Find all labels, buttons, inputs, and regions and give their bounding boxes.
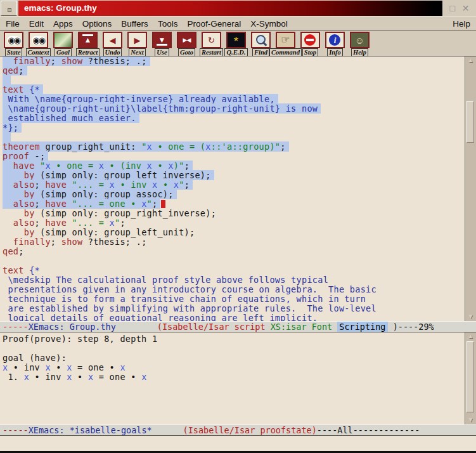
- buffer-line: [3, 256, 465, 266]
- xemacs-window: emacs: Group.thy □ ✕ FileEditAppsOptions…: [0, 0, 476, 453]
- buffer-line: \medskip The calculational proof style a…: [3, 275, 465, 285]
- buffer-line: Proof(prove): step 8, depth 1: [3, 334, 465, 344]
- toolbar-button-context[interactable]: ◉◉Context: [27, 32, 50, 56]
- menu-item-buffers[interactable]: Buffers: [121, 19, 148, 29]
- buffer-line: \name{group-right-unit}\label{thm:group-…: [3, 104, 465, 114]
- maximize-icon[interactable]: □: [450, 3, 455, 13]
- toolbar-button-state[interactable]: ◉◉State: [2, 32, 25, 56]
- buffer-line: also; have "... = x • inv x • x";: [3, 180, 465, 190]
- goals-buffer[interactable]: Proof(prove): step 8, depth 1goal (have)…: [0, 332, 465, 424]
- use-label: Use: [155, 48, 169, 56]
- next-icon: ▶: [127, 32, 147, 48]
- goals-scrollbar-thumb[interactable]: [466, 341, 474, 412]
- buffer-line: have "x • one = x • (inv x • x)";: [3, 161, 465, 171]
- context-icon-glyph: ◉◉: [32, 36, 45, 44]
- toolbar-button-goal[interactable]: Goal: [51, 32, 75, 56]
- help-label: Help: [351, 48, 368, 56]
- context-label: Context: [26, 48, 51, 56]
- menubar-items: FileEditAppsOptionsBuffersToolsProof-Gen…: [6, 19, 288, 29]
- menu-item-help[interactable]: Help: [453, 19, 470, 29]
- qed-icon: *: [226, 32, 246, 48]
- buffer-line: also; have "... = one • x";: [3, 199, 465, 209]
- retract-icon-glyph: ▲: [84, 36, 92, 44]
- help-icon-glyph: ☺: [355, 36, 364, 45]
- undo-label: Undo: [103, 48, 122, 56]
- goto-label: Goto: [178, 48, 195, 56]
- undo-icon-glyph: ◀: [110, 36, 116, 44]
- qed-label: Q.E.D.: [224, 48, 247, 56]
- goto-icon: ▶◀: [177, 32, 196, 48]
- context-icon: ◉◉: [29, 32, 48, 48]
- find-icon: [251, 32, 271, 48]
- qed-icon-glyph: *: [234, 35, 238, 47]
- restart-icon: ↻: [202, 32, 221, 48]
- scrollbar-down-icon[interactable]: ▼: [465, 416, 476, 424]
- buffer-line: text {*: [3, 266, 465, 275]
- goal-label: Goal: [55, 48, 72, 56]
- buffer-line: proof -;: [3, 152, 465, 161]
- toolbar-button-goto[interactable]: ▶◀Goto: [175, 32, 198, 56]
- restart-icon-glyph: ↻: [208, 36, 215, 44]
- toolbar-button-qed[interactable]: *Q.E.D.: [224, 32, 248, 56]
- undo-icon: ◀: [103, 32, 122, 48]
- toolbar-button-info[interactable]: iInfo: [323, 32, 347, 56]
- toolbar-button-retract[interactable]: ▲Retract: [76, 32, 100, 56]
- scrollbar-down-icon[interactable]: ▼: [465, 313, 476, 321]
- buffer-line: presentations given in any introductory …: [3, 285, 465, 294]
- toolbar-button-restart[interactable]: ↻Restart: [200, 32, 223, 56]
- buffer-line: *};: [3, 123, 465, 133]
- menu-item-apps[interactable]: Apps: [53, 19, 73, 29]
- help-icon: ☺: [350, 32, 370, 48]
- info-label: Info: [327, 48, 343, 56]
- info-icon-glyph: i: [334, 36, 337, 44]
- main-scrollbar[interactable]: ▲ ▼: [465, 56, 476, 321]
- buffer-line: finally; show ?thesis; .;: [3, 56, 465, 66]
- menubar: FileEditAppsOptionsBuffersToolsProof-Gen…: [0, 16, 476, 30]
- command-icon-glyph: ☞: [281, 35, 290, 45]
- toolbar-button-stop[interactable]: Stop: [299, 32, 322, 56]
- find-label: Find: [252, 48, 269, 56]
- buffer-line: by (simp only: group_left_inverse);: [3, 171, 465, 180]
- goto-icon-glyph: ▶◀: [183, 37, 191, 43]
- menu-item-file[interactable]: File: [6, 19, 20, 29]
- goals-scrollbar[interactable]: ▲ ▼: [465, 332, 476, 424]
- buffer-line: by (simp only: group_left_unit);: [3, 228, 465, 237]
- buffer-line: 1. x • inv x • x = one • x: [3, 372, 465, 382]
- buffer-line: by (simp only: group_assoc);: [3, 190, 465, 199]
- text-cursor: [161, 200, 165, 208]
- buffer-line: [3, 344, 465, 353]
- buffer-line: technique is to form a transitive chain …: [3, 294, 465, 304]
- menu-item-proof-general[interactable]: Proof-General: [187, 19, 241, 29]
- restart-label: Restart: [200, 48, 223, 56]
- window-menu-button[interactable]: [1, 1, 17, 16]
- state-label: State: [5, 48, 23, 56]
- scrollbar-up-icon[interactable]: ▲: [465, 332, 476, 341]
- menu-item-tools[interactable]: Tools: [158, 19, 178, 29]
- retract-label: Retract: [76, 48, 100, 56]
- scrollbar-up-icon[interactable]: ▲: [465, 56, 476, 65]
- toolbar-button-command[interactable]: ☞Command: [274, 32, 297, 56]
- info-icon: i: [325, 32, 345, 48]
- buffer-line: text {*: [3, 85, 465, 95]
- menu-item-options[interactable]: Options: [82, 19, 112, 29]
- main-scrollbar-thumb[interactable]: [466, 101, 474, 143]
- command-label: Command: [269, 48, 302, 56]
- echo-area[interactable]: [0, 436, 476, 453]
- buffer-line: With \name{group-right-inverse} already …: [3, 95, 465, 104]
- buffer-line: [3, 133, 465, 142]
- use-icon-glyph: ▼: [158, 36, 166, 44]
- buffer-line: x • inv x • x = one • x: [3, 363, 465, 372]
- close-icon[interactable]: ✕: [462, 3, 470, 13]
- toolbar-button-undo[interactable]: ◀Undo: [101, 32, 124, 56]
- next-icon-glyph: ▶: [134, 36, 141, 44]
- stop-label: Stop: [302, 48, 318, 56]
- titlebar: emacs: Group.thy □ ✕: [0, 0, 476, 16]
- menu-item-edit[interactable]: Edit: [29, 19, 44, 29]
- buffer-line: qed;: [3, 247, 465, 256]
- menu-item-x-symbol[interactable]: X-Symbol: [250, 19, 288, 29]
- toolbar-button-next[interactable]: ▶Next: [125, 32, 149, 56]
- toolbar-button-help[interactable]: ☺Help: [348, 32, 371, 56]
- toolbar-button-use[interactable]: ▼Use: [150, 32, 174, 56]
- main-buffer[interactable]: finally; show ?thesis; .;qed; text {* Wi…: [0, 56, 465, 321]
- next-label: Next: [129, 48, 145, 56]
